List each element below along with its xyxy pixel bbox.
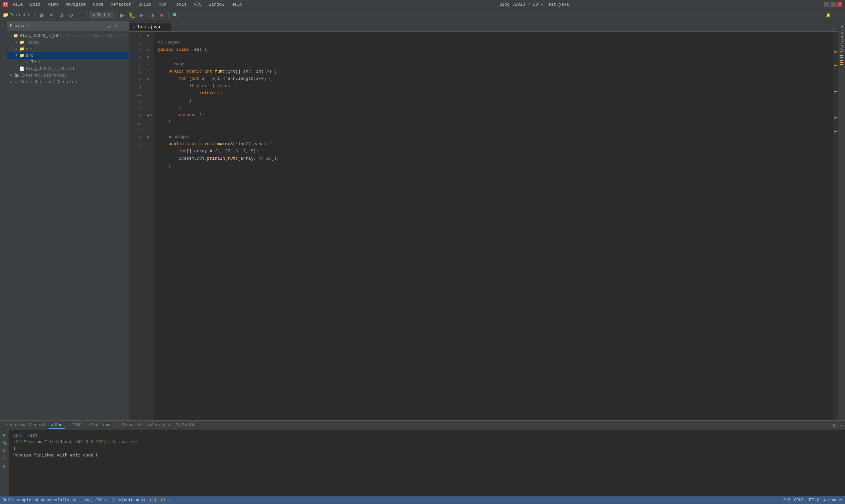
status-expand-button[interactable]: ▲ <box>169 498 171 502</box>
menu-view[interactable]: View <box>45 1 60 8</box>
project-title-label: Project <box>10 24 27 29</box>
menu-run[interactable]: Run <box>156 1 169 8</box>
notifications-button[interactable]: 🔔 <box>824 11 832 19</box>
services-label: Services <box>151 423 170 428</box>
warning-stripe-3 <box>840 60 843 61</box>
tree-item-idea[interactable]: ▶ 📁 .idea <box>7 39 129 46</box>
recent-files-button[interactable]: ⋮ <box>830 25 837 31</box>
menu-refactor[interactable]: Refactor <box>108 1 134 8</box>
bottom-minimize-button[interactable]: − <box>838 422 844 429</box>
project-tool-button[interactable]: P <box>1 22 6 29</box>
menu-tools[interactable]: Tools <box>171 1 189 8</box>
code-editor[interactable]: no usages public class Test { 1 usage pu… <box>154 32 833 420</box>
menu-build[interactable]: Build <box>136 1 154 8</box>
project-dropdown-icon[interactable]: ▼ <box>28 13 29 17</box>
iml-label: Blog_J2023_7_28.iml <box>26 66 75 71</box>
build-button[interactable]: 🔨 Build <box>173 422 197 429</box>
tree-item-project[interactable]: ▼ 📁 Blog_J2023_7_28 D:\Project\JAVA\Blog… <box>7 32 129 39</box>
code-line6-public: public <box>168 69 187 74</box>
warning-stripe-1 <box>840 55 843 56</box>
filter-button[interactable]: ⊞ <box>57 11 65 19</box>
project-dropdown-arrow[interactable]: ▼ <box>28 24 29 28</box>
errors-count[interactable]: ▲3 <box>160 498 165 503</box>
indent-info[interactable]: 4 spaces <box>823 498 842 503</box>
terminal-button[interactable]: ⬛ Terminal <box>113 422 144 429</box>
tree-item-out[interactable]: ▶ 📁 out <box>7 46 129 52</box>
debug-button[interactable]: 🐛 <box>128 11 136 19</box>
clear-button[interactable]: 🗑 <box>1 463 8 470</box>
tree-item-external-libs[interactable]: ▶ 📚 External Libraries <box>7 72 129 78</box>
search-everywhere-button[interactable]: 🔍 <box>171 11 179 19</box>
tree-item-scratches[interactable]: ▶ ✏️ Scratches and Consoles <box>7 78 129 85</box>
scratches-label: Scratches and Consoles <box>20 79 77 85</box>
run-config-settings-button[interactable]: ⚙ <box>37 11 46 19</box>
fold-line6-icon[interactable]: ◇ <box>147 48 149 52</box>
code-line17-system: System <box>179 156 194 161</box>
fold-line10-icon[interactable]: ◇ <box>147 76 149 81</box>
tree-item-test[interactable]: ☕ Test <box>7 59 129 65</box>
notifications-label[interactable]: Notifications <box>840 25 844 53</box>
warnings-count[interactable]: ▲14 <box>149 498 156 503</box>
hide-panel-button[interactable]: − <box>121 23 126 29</box>
collapse-all-button[interactable]: ≡ <box>99 23 105 29</box>
line-ending[interactable]: CRLF <box>794 498 804 503</box>
project-folder-icon: 📁 <box>13 33 18 38</box>
todo-button[interactable]: ✓ TODO <box>66 422 84 429</box>
stop-run-button[interactable]: ■ <box>1 447 8 454</box>
scroll-end-button[interactable]: ↓ <box>1 455 8 462</box>
rerun-button[interactable]: ▶ <box>1 431 8 438</box>
code-line6-n: n <box>266 69 269 74</box>
rerun-failed-button[interactable]: 🔧 <box>1 439 8 446</box>
editor[interactable]: 4 5 6 7 8 9 10 11 12 13 14 15 16 17 18 1… <box>129 32 838 420</box>
notifications-panel: Notifications <box>838 21 845 420</box>
minimize-button[interactable]: ─ <box>824 2 829 7</box>
toolbar: 📁 Project ▼ ⚙ ≡ ⊞ ⚙ − ▶ Test ▼ ▶ 🐛 ▶ ◑ ■… <box>0 9 845 21</box>
fold-line15-icon[interactable]: ◇ <box>150 113 153 117</box>
menu-vcs[interactable]: VCS <box>191 1 204 8</box>
run-tool-button[interactable]: ▶ Run <box>49 422 65 429</box>
run-line15-icon[interactable]: ▶ <box>147 113 149 118</box>
profile-button[interactable]: ◑ <box>147 11 156 19</box>
encoding[interactable]: UTF-8 <box>807 498 819 503</box>
cursor-position[interactable]: 2:2 <box>783 498 790 503</box>
fold-line8-icon[interactable]: ◇ <box>147 62 149 66</box>
tab-close-button[interactable]: ✕ <box>162 25 167 29</box>
problems-button[interactable]: ⚠ Problems <box>85 422 113 429</box>
project-settings-button[interactable]: ⚙ <box>113 23 119 29</box>
run-button[interactable]: ▶ <box>118 11 126 19</box>
line-numbers: 4 5 6 7 8 9 10 11 12 13 14 15 16 17 18 1… <box>129 32 144 420</box>
stop-button[interactable]: ■ <box>157 11 166 19</box>
menu-help[interactable]: Help <box>229 1 244 8</box>
menu-code[interactable]: Code <box>90 1 106 8</box>
collapse-button[interactable]: − <box>76 11 85 19</box>
terminal-label: Terminal <box>122 423 142 428</box>
tree-item-iml[interactable]: ▶ 📄 Blog_J2023_7_28.iml <box>7 65 129 72</box>
menu-navigate[interactable]: Navigate <box>63 1 88 8</box>
run-all-button[interactable]: ≡ <box>47 11 55 19</box>
menu-file[interactable]: File <box>10 1 25 8</box>
services-button[interactable]: ⚙ Services <box>145 422 173 429</box>
run-line4-icon[interactable]: ▶ <box>147 33 149 38</box>
version-control-button[interactable]: ⎇ Version Control <box>1 422 48 429</box>
locate-file-button[interactable]: ◎ <box>106 23 112 29</box>
maximize-button[interactable]: □ <box>830 2 836 7</box>
run-configuration[interactable]: ▶ Test ▼ <box>90 12 112 18</box>
toolbar-separator-4 <box>168 12 169 18</box>
bottom-tool-row: ⎇ Version Control ▶ Run ✓ TODO ⚠ Problem… <box>0 421 845 430</box>
tab-test-java[interactable]: ☕ Test.java ✕ <box>129 22 171 31</box>
bottom-settings-button[interactable]: ⚙ <box>831 422 837 429</box>
problems-icon: ⚠ <box>87 422 90 428</box>
update-button[interactable]: ↑ <box>834 11 842 19</box>
menu-edit[interactable]: Edit <box>28 1 43 8</box>
coverage-button[interactable]: ▶ <box>138 11 146 19</box>
fold-line7-icon[interactable]: ◇ <box>147 55 149 59</box>
menu-window[interactable]: Window <box>206 1 227 8</box>
fold-line18-icon[interactable]: ◇ <box>147 134 149 139</box>
code-line16-1: 1 <box>217 149 220 154</box>
settings-button[interactable]: ⚙ <box>67 11 75 19</box>
build-status-text[interactable]: Build completed successfully in 1 sec, 8… <box>3 498 145 503</box>
console-output-1: 1 <box>13 445 841 452</box>
close-button[interactable]: ✕ <box>837 2 842 7</box>
tree-item-src[interactable]: ▼ 📁 src <box>7 52 129 59</box>
code-line6-static: static <box>187 69 205 74</box>
